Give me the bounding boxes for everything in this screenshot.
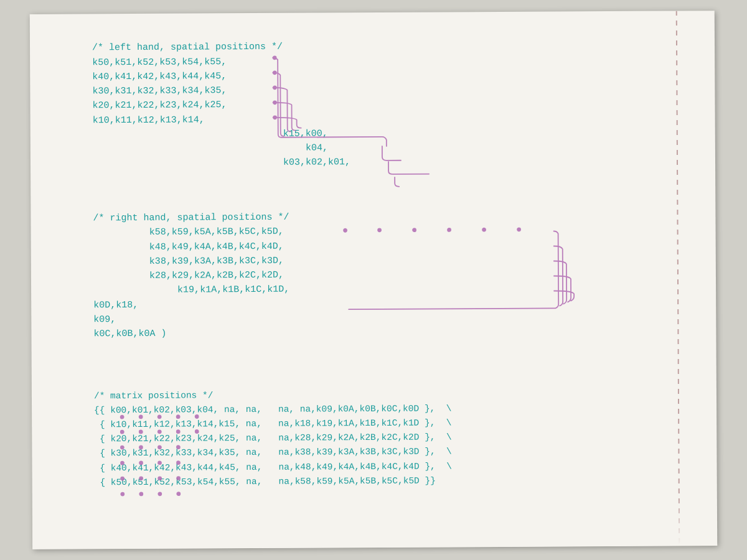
lh-cont-1: k15,k00, [93,128,328,140]
matrix-row-4: { k30,k31,k32,k33,k34,k35, na, na,k38,k3… [94,447,451,459]
right-hand-code: /* right hand, spatial positions */ k58,… [93,194,666,356]
lh-row-1: k50,k51,k52,k53,k54,k55, [92,57,227,68]
matrix-code: /* matrix positions */ {{ k00,k01,k02,k0… [94,371,667,505]
lh-row-3: k30,k31,k32,k33,k34,k35, [92,85,227,96]
matrix-row-1: {{ k00,k01,k02,k03,k04, na, na, na, na,k… [94,403,451,415]
rh-cont-3: k0C,k0B,k0A ) [93,329,166,340]
lh-row-5: k10,k11,k12,k13,k14, [93,114,205,126]
rh-row-2: k48,k49,k4A,k4B,k4C,k4D, [93,241,284,253]
lh-cont-3: k03,k02,k01, [93,157,350,169]
margin-line [676,11,680,546]
right-hand-comment: /* right hand, spatial positions */ [93,212,289,224]
lh-row-2: k40,k41,k42,k43,k44,k45, [92,71,227,82]
matrix-row-2: { k10,k11,k12,k13,k14,k15, na, na,k18,k1… [94,418,451,429]
rh-cont-2: k09, [93,314,116,325]
left-hand-comment: /* left hand, spatial positions */ [92,42,283,54]
rh-row-5: k19,k1A,k1B,k1C,k1D, [93,284,289,296]
rh-cont-1: k0D,k18, [93,299,138,310]
matrix-comment: /* matrix positions */ [94,390,214,401]
matrix-row-6: { k50,k51,k52,k53,k54,k55, na, na,k58,k5… [95,475,436,487]
matrix-row-5: { k40,k41,k42,k43,k44,k45, na, na,k48,k4… [95,461,452,473]
content-area: /* left hand, spatial positions */ k50,k… [92,24,667,505]
left-hand-code: /* left hand, spatial positions */ k50,k… [92,24,665,186]
page: /* left hand, spatial positions */ k50,k… [30,11,717,549]
lh-cont-2: k04, [93,142,328,154]
bottom-fade [32,496,717,549]
rh-row-4: k28,k29,k2A,k2B,k2C,k2D, [93,270,284,282]
rh-row-1: k58,k59,k5A,k5B,k5C,k5D, [93,226,284,238]
lh-row-4: k20,k21,k22,k23,k24,k25, [92,100,227,111]
matrix-row-3: { k20,k21,k22,k23,k24,k25, na, na,k28,k2… [94,432,451,444]
rh-row-3: k38,k39,k3A,k3B,k3C,k3D, [93,256,284,268]
